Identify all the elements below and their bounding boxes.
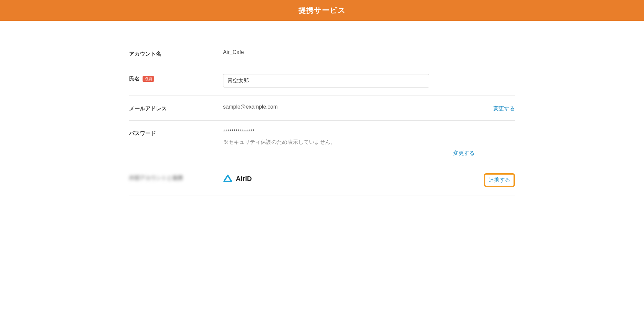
name-input[interactable]: [223, 74, 429, 87]
triangle-icon: [223, 174, 232, 183]
value-password-masked: ***************: [223, 129, 475, 135]
change-email-link[interactable]: 変更する: [493, 106, 515, 111]
form-container: アカウント名 Air_Cafe 氏名 必須 メールアドレス sample@exa…: [129, 21, 515, 195]
label-name: 氏名 必須: [129, 74, 223, 82]
page-title: 提携サービス: [299, 6, 346, 14]
airid-label: AirID: [236, 175, 252, 183]
change-password-link[interactable]: 変更する: [453, 150, 475, 157]
label-email: メールアドレス: [129, 104, 223, 112]
page-header: 提携サービス: [0, 0, 644, 21]
password-note: ※セキュリティ保護のため表示していません。: [223, 139, 475, 146]
label-external-account: 外部アカウントと連携: [129, 173, 223, 182]
required-badge: 必須: [143, 76, 154, 82]
airid-service: AirID: [223, 174, 475, 183]
value-email: sample@example.com: [223, 104, 475, 110]
label-account-name: アカウント名: [129, 49, 223, 58]
row-email: メールアドレス sample@example.com 変更する: [129, 96, 515, 120]
link-highlight-box: 連携する: [484, 173, 515, 187]
label-password: パスワード: [129, 129, 223, 137]
row-external-account: 外部アカウントと連携 AirID 連携する: [129, 165, 515, 195]
value-account-name: Air_Cafe: [223, 49, 475, 55]
row-name: 氏名 必須: [129, 66, 515, 96]
link-external-account-button[interactable]: 連携する: [489, 177, 510, 183]
row-password: パスワード *************** ※セキュリティ保護のため表示していま…: [129, 120, 515, 165]
row-account-name: アカウント名 Air_Cafe: [129, 41, 515, 66]
